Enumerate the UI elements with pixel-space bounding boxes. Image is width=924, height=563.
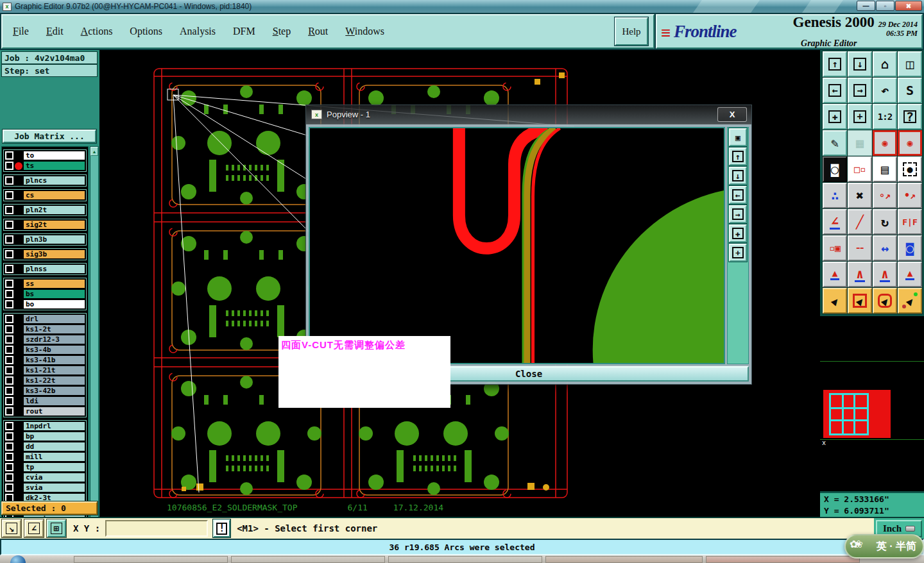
layer-checkbox[interactable]: [5, 397, 13, 405]
layer-row-ks3-41b[interactable]: ks3-41b: [4, 355, 85, 365]
taskbar-item[interactable]: [545, 556, 703, 563]
job-matrix-button[interactable]: Job Matrix ...: [3, 130, 96, 143]
views-xy-button[interactable]: ◫: [898, 51, 922, 77]
layer-row-tp[interactable]: tp: [4, 462, 85, 472]
layer-checkbox[interactable]: [5, 422, 13, 430]
layer-row-ks3-42b[interactable]: ks3-42b: [4, 386, 85, 396]
popview-content[interactable]: [309, 127, 725, 364]
taskbar-item[interactable]: [388, 556, 542, 563]
arc-2-button[interactable]: ∧: [848, 262, 872, 287]
layer-row-bs[interactable]: bs: [4, 289, 85, 299]
select-pointer-button[interactable]: ▶: [823, 288, 847, 314]
arc-4-button[interactable]: ▲: [898, 262, 922, 287]
zoom-out-button[interactable]: ↓: [848, 51, 872, 77]
layer-name[interactable]: 1npdrl: [23, 421, 85, 431]
pv-popout-button[interactable]: ▣: [729, 128, 747, 146]
layer-name[interactable]: ts: [23, 161, 85, 171]
layer-name[interactable]: pln3b: [23, 235, 85, 244]
minimize-button[interactable]: —: [857, 1, 875, 11]
windows-taskbar[interactable]: [0, 555, 924, 563]
pan-right-button[interactable]: →: [848, 78, 872, 103]
layer-row-ss[interactable]: ss: [4, 279, 85, 289]
overview-panel[interactable]: x: [820, 315, 924, 491]
layer-checkbox[interactable]: [5, 346, 13, 354]
layer-row-szdr12-3[interactable]: szdr12-3: [4, 335, 85, 344]
layer-checkbox[interactable]: [5, 407, 13, 416]
netlist-b-button[interactable]: ◉: [898, 130, 922, 156]
layer-checkbox[interactable]: [5, 221, 13, 229]
layer-name[interactable]: cs: [23, 190, 85, 200]
previous-view-button[interactable]: ↶: [873, 78, 897, 103]
layer-row-mill[interactable]: mill: [4, 452, 85, 462]
surface-button[interactable]: ◙: [898, 235, 922, 261]
home-view-button[interactable]: ⌂: [873, 51, 897, 77]
layer-row-bp[interactable]: bp: [4, 432, 85, 441]
start-orb-icon[interactable]: [10, 555, 26, 563]
pv-center-button[interactable]: +: [729, 244, 747, 262]
menu-item-rout[interactable]: Rout: [308, 26, 328, 37]
netlist-a-button[interactable]: ◉: [873, 130, 897, 156]
layer-checkbox[interactable]: [5, 463, 13, 471]
command-run-button[interactable]: !: [213, 519, 230, 537]
chain-select-button[interactable]: ∴: [823, 183, 847, 208]
layer-checkbox[interactable]: [5, 290, 13, 298]
arc-3-button[interactable]: ∧: [873, 262, 897, 287]
measure-angle-button[interactable]: ∠: [24, 519, 44, 537]
layer-row-to[interactable]: to: [4, 151, 85, 160]
layer-name[interactable]: ldi: [23, 396, 85, 406]
ruler-button[interactable]: ▤: [873, 156, 897, 182]
copy-layer-button[interactable]: ▫▣: [823, 235, 847, 261]
taskbar-item[interactable]: [231, 556, 385, 563]
layer-row-rout[interactable]: rout: [4, 407, 85, 416]
layer-row-ks1-2t[interactable]: ks1-2t: [4, 324, 85, 334]
arc-1-button[interactable]: ▲: [823, 262, 847, 287]
layer-checkbox[interactable]: [5, 162, 13, 170]
layer-row-ldi[interactable]: ldi: [4, 396, 85, 406]
menu-item-actions[interactable]: Actions: [81, 26, 113, 37]
layer-name[interactable]: mill: [23, 452, 85, 462]
layer-row-svia[interactable]: svia: [4, 483, 85, 492]
slope-line-button[interactable]: ╱: [848, 209, 872, 235]
pv-zoom-out-button[interactable]: ↓: [729, 167, 747, 185]
menu-item-file[interactable]: File: [13, 26, 29, 37]
angle-measure-button[interactable]: ∠: [823, 209, 847, 235]
layer-checkbox[interactable]: [5, 356, 13, 364]
grow-point-button[interactable]: ∘↗: [873, 183, 897, 208]
layer-row-ks1-21t[interactable]: ks1-21t: [4, 366, 85, 375]
restore-button[interactable]: ▫: [876, 1, 894, 11]
pv-pan-left-button[interactable]: ←: [729, 186, 747, 204]
layer-checkbox[interactable]: [5, 432, 13, 441]
pv-pan-right-button[interactable]: →: [729, 205, 747, 223]
popview-titlebar[interactable]: x Popview - 1 X: [306, 105, 751, 124]
layer-checkbox[interactable]: [5, 191, 13, 199]
layer-checkbox[interactable]: [5, 453, 13, 461]
measure-distance-button[interactable]: ↘: [2, 519, 21, 537]
tools-button[interactable]: ✎: [823, 130, 847, 156]
layer-row-ts[interactable]: ts: [4, 161, 85, 171]
layer-checkbox[interactable]: [5, 366, 13, 374]
layer-name[interactable]: ss: [23, 279, 85, 289]
snap-grid-button[interactable]: ⊞: [47, 519, 66, 537]
layer-name[interactable]: bo: [23, 299, 85, 309]
delete-button[interactable]: ✖: [848, 183, 872, 208]
taskbar-item[interactable]: [706, 556, 860, 563]
xy-input[interactable]: [105, 520, 208, 537]
layer-row-bo[interactable]: bo: [4, 299, 85, 309]
menu-item-options[interactable]: Options: [130, 26, 162, 37]
popview-close-icon[interactable]: X: [717, 107, 747, 122]
serpentine-button[interactable]: S: [898, 78, 922, 103]
layer-checkbox[interactable]: [5, 483, 13, 492]
layer-name[interactable]: ks3-42b: [23, 386, 85, 396]
close-button[interactable]: ✖: [895, 1, 922, 11]
select-frame-button[interactable]: ▶: [848, 288, 872, 314]
help-q-button[interactable]: ?: [898, 104, 922, 130]
layer-checkbox[interactable]: [5, 176, 13, 185]
select-invert-button[interactable]: ◙: [823, 156, 847, 182]
layer-name[interactable]: bp: [23, 432, 85, 441]
menu-item-step[interactable]: Step: [273, 26, 291, 37]
pan-left-button[interactable]: ←: [823, 78, 847, 103]
layer-checkbox[interactable]: [5, 206, 13, 214]
zoom-center-button[interactable]: +: [848, 104, 872, 130]
layer-row-pln2t[interactable]: pln2t: [4, 205, 85, 215]
stretch-button[interactable]: ╌: [848, 235, 872, 261]
